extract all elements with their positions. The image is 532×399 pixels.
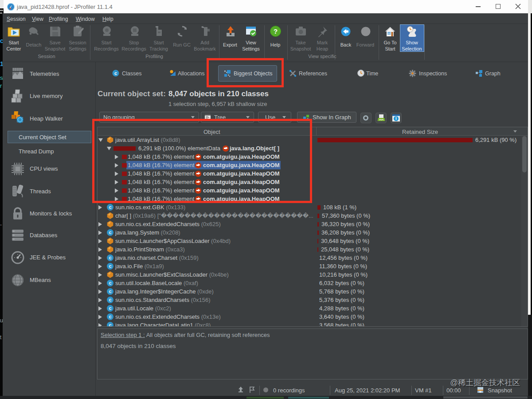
svg-text:?: ? [274,27,278,35]
svg-text:c: c [114,70,117,76]
